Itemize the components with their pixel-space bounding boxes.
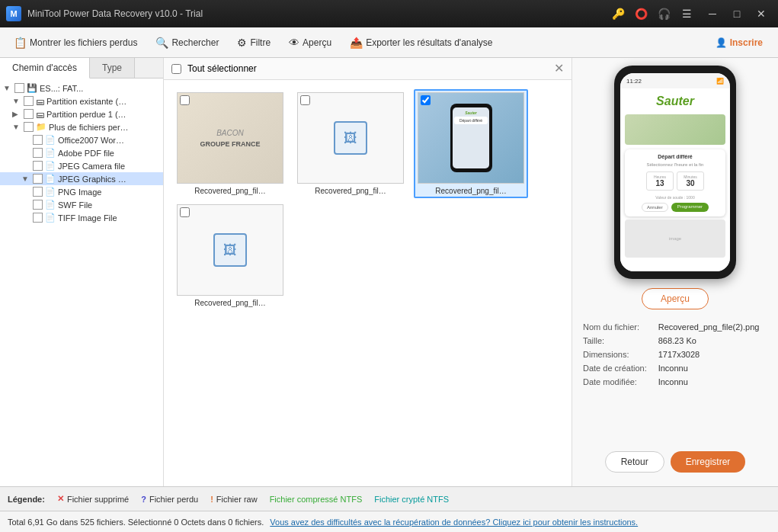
circle-icon[interactable]: ⭕: [632, 5, 650, 23]
file-icon-office: 📄: [45, 135, 56, 145]
key-icon[interactable]: 🔑: [609, 5, 627, 23]
checkbox-partition-existante[interactable]: [24, 96, 34, 106]
legend-raw-text: Fichier raw: [216, 495, 258, 504]
tree-item-partition-existante[interactable]: ▼ 🖴 Partition existante (…: [0, 95, 163, 107]
select-all-label: Tout sélectionner: [187, 63, 257, 74]
phone-bottom-image: image: [625, 220, 725, 258]
tree-item-jpeg-camera[interactable]: 📄 JPEG Camera file: [0, 159, 163, 172]
thumb-checkbox-2[interactable]: [300, 95, 310, 107]
tree-item-adobe-pdf[interactable]: 📄 Adobe PDF file: [0, 146, 163, 159]
checkbox-adobe-pdf[interactable]: [33, 148, 43, 158]
checkbox-plus-fichiers[interactable]: [24, 122, 34, 132]
tree-label-jpeg-graphics: JPEG Graphics …: [58, 175, 126, 184]
apercu-toolbar-button[interactable]: 👁 Aperçu: [281, 34, 339, 52]
thumb-check-input-1[interactable]: [180, 95, 190, 105]
tree-item-tiff-image[interactable]: 📄 TIFF Image File: [0, 211, 163, 224]
select-all-checkbox[interactable]: [171, 64, 181, 74]
exporter-button[interactable]: 📤 Exporter les résultats d'analyse: [342, 34, 500, 52]
apercu-toolbar-label: Aperçu: [303, 37, 331, 48]
tab-chemin[interactable]: Chemin d'accès: [0, 58, 90, 79]
file-info-table: Nom du fichier: Recovered_png_file(2).pn…: [580, 320, 770, 389]
inscrire-label: Inscrire: [730, 37, 763, 48]
legend-perdu-text: Fichier perdu: [149, 495, 198, 504]
maximize-button[interactable]: □: [726, 3, 748, 24]
thumbnail-item-1[interactable]: ! BACON GROUPE FRANCE Recovered_png_fil…: [173, 89, 287, 198]
checkbox-png-image[interactable]: [33, 187, 43, 197]
tree-item-office2007[interactable]: 📄 Office2007 Wor…: [0, 133, 163, 146]
expand-icon: ▼: [12, 123, 21, 131]
thumb-check-input-2[interactable]: [300, 95, 310, 105]
rechercher-button[interactable]: 🔍 Rechercher: [148, 34, 226, 52]
thumb-wrapper-1: ! BACON GROUPE FRANCE: [177, 92, 283, 184]
thumbnail-item-3[interactable]: ! Sauter Départ différé Recovered_png_: [414, 89, 528, 198]
filtre-button[interactable]: ⚙ Filtre: [229, 34, 278, 52]
close-button[interactable]: ✕: [751, 3, 772, 24]
phone-cancel-btn: Annuler: [642, 203, 668, 212]
tree-label-office2007: Office2007 Wor…: [58, 136, 124, 145]
tree-item-plus-fichiers[interactable]: ▼ 📁 Plus de fichiers per…: [0, 120, 163, 133]
headset-icon[interactable]: 🎧: [655, 5, 673, 23]
left-panel: Chemin d'accès Type ▼ 💾 ES...: FAT... ▼ …: [0, 58, 164, 486]
phone-bottom-text: image: [669, 236, 681, 241]
checkbox-tiff-image[interactable]: [33, 213, 43, 223]
thumb-check-input-4[interactable]: [180, 207, 190, 217]
thumbnail-item-2[interactable]: ! 🖼 Recovered_png_fil…: [293, 89, 408, 198]
tree-item-jpeg-graphics[interactable]: ▼ 📄 JPEG Graphics …: [0, 172, 163, 185]
thumb-checkbox-4[interactable]: [180, 207, 190, 220]
file-info-taille-value: 868.23 Ko: [655, 334, 770, 348]
rechercher-icon: 🔍: [155, 37, 168, 49]
expand-icon: ▼: [21, 175, 30, 183]
checkbox-root[interactable]: [14, 83, 24, 93]
legend-raw: ! Fichier raw: [210, 495, 257, 504]
phone-footer-label: Valeur de soude : 1000: [629, 195, 721, 200]
thumb-checkbox-1[interactable]: [180, 95, 190, 107]
file-info-nom-value: Recovered_png_file(2).png: [655, 320, 770, 334]
expand-icon: ▼: [12, 97, 21, 105]
montrer-icon: 📋: [14, 37, 27, 49]
center-close-button[interactable]: ✕: [554, 62, 564, 75]
apercu-icon: 👁: [289, 37, 299, 49]
legend-crypte-text: Fichier crypté NTFS: [374, 495, 449, 504]
thumb-checkbox-3[interactable]: [421, 95, 431, 107]
generic-file-icon: 🖼: [334, 121, 367, 155]
checkbox-jpeg-camera[interactable]: [33, 161, 43, 171]
thumb-check-input-3[interactable]: [421, 95, 431, 105]
file-icon-swf: 📄: [45, 200, 56, 210]
thumb-image-4: 🖼: [178, 205, 283, 295]
retour-button[interactable]: Retour: [605, 451, 664, 473]
phone-status-bar: 11:22 📶: [620, 73, 730, 88]
montrer-fichiers-button[interactable]: 📋 Montrer les fichiers perdus: [6, 34, 145, 52]
phone-mini-screen: Sauter Départ différé: [453, 107, 489, 168]
inscrire-button[interactable]: 👤 Inscrire: [706, 34, 772, 51]
legend-compresse-text: Fichier compressé NTFS: [270, 495, 363, 504]
thumbnail-item-4[interactable]: ! 🖼 Recovered_png_fil…: [173, 201, 287, 310]
enregistrer-button[interactable]: Enregistrer: [671, 451, 746, 473]
checkbox-office2007[interactable]: [33, 135, 43, 145]
thumb-image-1: BACON GROUPE FRANCE: [178, 93, 283, 183]
legend-q-symbol: ?: [141, 495, 146, 504]
checkbox-partition-perdue[interactable]: [24, 109, 34, 119]
tree-label-adobe-pdf: Adobe PDF file: [58, 149, 114, 158]
file-info-row-nom: Nom du fichier: Recovered_png_file(2).pn…: [580, 320, 770, 334]
tree-item-partition-perdue[interactable]: ▶ 🖴 Partition perdue 1 (…: [0, 107, 163, 120]
center-header: Tout sélectionner ✕: [164, 58, 571, 80]
help-link[interactable]: Vous avez des difficultés avec la récupé…: [270, 518, 638, 527]
file-icon-jpeg-camera: 📄: [45, 161, 56, 171]
tab-type[interactable]: Type: [90, 58, 135, 78]
apercu-preview-button[interactable]: Aperçu: [642, 288, 709, 309]
center-panel: Tout sélectionner ✕ ! BACON GROUPE FRANC…: [164, 58, 572, 486]
file-info-row-taille: Taille: 868.23 Ko: [580, 334, 770, 348]
file-icon-tiff: 📄: [45, 213, 56, 223]
checkbox-jpeg-graphics[interactable]: [33, 174, 43, 184]
tree-item-png-image[interactable]: 📄 PNG Image: [0, 185, 163, 198]
drive-icon: 💾: [27, 83, 37, 93]
thumb-label-2: Recovered_png_fil…: [315, 187, 386, 195]
checkbox-swf-file[interactable]: [33, 200, 43, 210]
menu-icon[interactable]: ☰: [677, 5, 696, 23]
tree-label-plus-fichiers: Plus de fichiers per…: [49, 123, 129, 132]
legend-supprime: ✕ Fichier supprimé: [57, 494, 129, 504]
minimize-button[interactable]: ─: [702, 3, 723, 24]
tree-item-root[interactable]: ▼ 💾 ES...: FAT...: [0, 82, 163, 95]
tree-item-swf-file[interactable]: 📄 SWF File: [0, 198, 163, 211]
thumb-label-3: Recovered_png_fil…: [435, 187, 506, 195]
